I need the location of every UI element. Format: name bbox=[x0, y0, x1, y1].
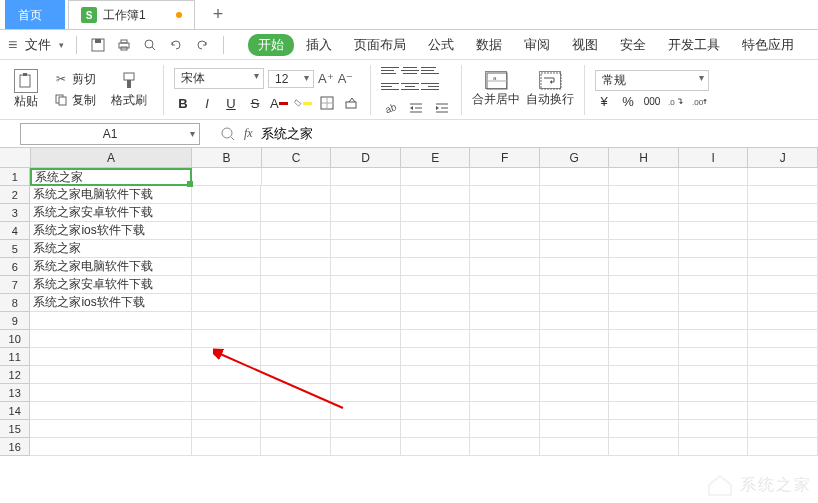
save-icon[interactable] bbox=[89, 36, 107, 54]
increase-decimal-icon[interactable]: .0 bbox=[667, 94, 685, 110]
cell[interactable]: 系统之家安卓软件下载 bbox=[30, 276, 192, 294]
cell[interactable] bbox=[748, 330, 818, 348]
cell[interactable] bbox=[540, 294, 610, 312]
cell[interactable] bbox=[470, 204, 540, 222]
cell[interactable] bbox=[679, 348, 749, 366]
cell[interactable] bbox=[748, 222, 818, 240]
tab-home[interactable]: 首页 bbox=[5, 0, 65, 29]
cell[interactable] bbox=[261, 186, 331, 204]
cell[interactable] bbox=[30, 312, 192, 330]
font-family-select[interactable]: 宋体 bbox=[174, 68, 264, 89]
cell[interactable] bbox=[679, 168, 749, 186]
undo-icon[interactable] bbox=[167, 36, 185, 54]
cell[interactable] bbox=[748, 384, 818, 402]
cell[interactable] bbox=[470, 438, 540, 456]
cell[interactable] bbox=[331, 204, 401, 222]
col-header-D[interactable]: D bbox=[331, 148, 401, 168]
menu-page-layout[interactable]: 页面布局 bbox=[344, 34, 416, 56]
cell[interactable] bbox=[192, 330, 262, 348]
menu-security[interactable]: 安全 bbox=[610, 34, 656, 56]
align-left-icon[interactable] bbox=[381, 80, 399, 94]
cell[interactable] bbox=[748, 294, 818, 312]
increase-font-icon[interactable]: A⁺ bbox=[318, 71, 334, 86]
clear-format-button[interactable] bbox=[342, 95, 360, 111]
select-all-corner[interactable] bbox=[0, 148, 31, 168]
cell[interactable] bbox=[192, 420, 262, 438]
format-painter-button[interactable]: 格式刷 bbox=[105, 68, 153, 111]
cell[interactable] bbox=[470, 402, 540, 420]
cell[interactable] bbox=[540, 420, 610, 438]
print-preview-icon[interactable] bbox=[141, 36, 159, 54]
tab-add-button[interactable]: + bbox=[198, 0, 239, 29]
fx-icon[interactable]: fx bbox=[244, 126, 253, 141]
col-header-G[interactable]: G bbox=[540, 148, 610, 168]
row-header[interactable]: 16 bbox=[0, 438, 30, 456]
menu-special[interactable]: 特色应用 bbox=[732, 34, 804, 56]
col-header-C[interactable]: C bbox=[262, 148, 332, 168]
fill-color-button[interactable] bbox=[294, 95, 312, 111]
cell[interactable] bbox=[679, 186, 749, 204]
cell[interactable] bbox=[748, 366, 818, 384]
align-right-icon[interactable] bbox=[421, 80, 439, 94]
print-icon[interactable] bbox=[115, 36, 133, 54]
cell[interactable] bbox=[192, 204, 262, 222]
cell[interactable] bbox=[609, 348, 679, 366]
cell[interactable] bbox=[609, 330, 679, 348]
cell[interactable] bbox=[331, 438, 401, 456]
cell[interactable] bbox=[331, 168, 401, 186]
cell[interactable] bbox=[331, 420, 401, 438]
cell[interactable] bbox=[192, 294, 262, 312]
row-header[interactable]: 8 bbox=[0, 294, 30, 312]
cell[interactable]: 系统之家ios软件下载 bbox=[30, 222, 192, 240]
cell[interactable] bbox=[679, 240, 749, 258]
cell[interactable] bbox=[331, 366, 401, 384]
currency-button[interactable]: ¥ bbox=[595, 94, 613, 110]
cell[interactable] bbox=[609, 186, 679, 204]
name-box[interactable]: A1 bbox=[20, 123, 200, 145]
menu-review[interactable]: 审阅 bbox=[514, 34, 560, 56]
cell[interactable] bbox=[192, 438, 262, 456]
cell[interactable] bbox=[262, 168, 332, 186]
cell[interactable] bbox=[540, 258, 610, 276]
row-header[interactable]: 2 bbox=[0, 186, 30, 204]
cell[interactable] bbox=[30, 402, 192, 420]
bold-button[interactable]: B bbox=[174, 95, 192, 111]
menu-data[interactable]: 数据 bbox=[466, 34, 512, 56]
cell[interactable] bbox=[540, 276, 610, 294]
cell[interactable] bbox=[748, 420, 818, 438]
cell[interactable] bbox=[331, 348, 401, 366]
cell[interactable] bbox=[261, 402, 331, 420]
cell[interactable] bbox=[192, 384, 262, 402]
cell[interactable] bbox=[401, 420, 471, 438]
cell[interactable] bbox=[331, 258, 401, 276]
cell[interactable] bbox=[401, 240, 471, 258]
cut-button[interactable]: ✂剪切 bbox=[50, 70, 99, 89]
cell[interactable] bbox=[609, 366, 679, 384]
cell[interactable] bbox=[470, 168, 540, 186]
col-header-H[interactable]: H bbox=[609, 148, 679, 168]
cell[interactable] bbox=[540, 384, 610, 402]
cell[interactable] bbox=[331, 240, 401, 258]
cell[interactable] bbox=[192, 240, 262, 258]
cell[interactable] bbox=[609, 276, 679, 294]
cell[interactable] bbox=[609, 402, 679, 420]
cell[interactable] bbox=[401, 186, 471, 204]
cell[interactable] bbox=[470, 258, 540, 276]
cell[interactable] bbox=[261, 294, 331, 312]
cell[interactable] bbox=[609, 438, 679, 456]
cell[interactable] bbox=[679, 312, 749, 330]
col-header-B[interactable]: B bbox=[192, 148, 262, 168]
menu-dev[interactable]: 开发工具 bbox=[658, 34, 730, 56]
cell[interactable] bbox=[748, 402, 818, 420]
number-format-select[interactable]: 常规 bbox=[595, 70, 709, 91]
cell[interactable] bbox=[679, 204, 749, 222]
indent-increase-icon[interactable] bbox=[433, 100, 451, 116]
cell[interactable] bbox=[609, 312, 679, 330]
cell[interactable] bbox=[261, 204, 331, 222]
cell[interactable] bbox=[401, 204, 471, 222]
cell[interactable] bbox=[331, 330, 401, 348]
redo-icon[interactable] bbox=[193, 36, 211, 54]
cell[interactable] bbox=[192, 366, 262, 384]
cell[interactable] bbox=[748, 186, 818, 204]
cell[interactable] bbox=[470, 312, 540, 330]
